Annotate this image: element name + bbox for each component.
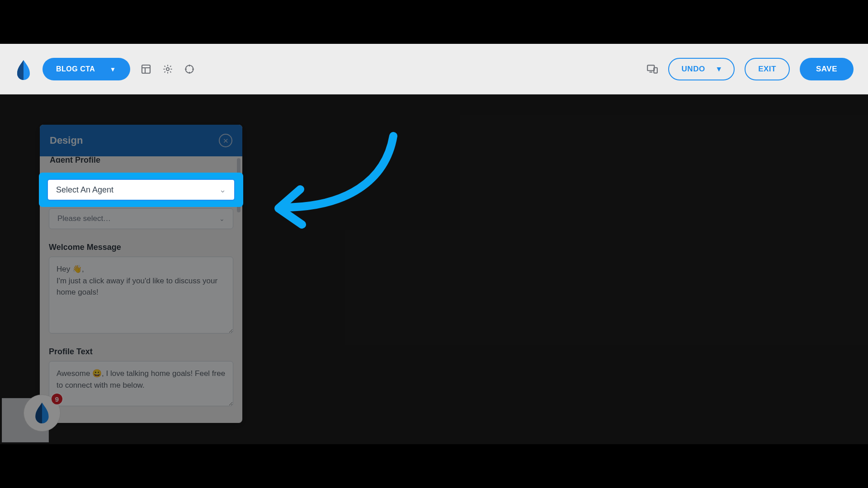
devices-icon[interactable] bbox=[646, 63, 658, 75]
app-logo-icon bbox=[14, 59, 33, 79]
agent-select[interactable]: Please select… ⌄ bbox=[49, 208, 233, 229]
close-icon[interactable]: ✕ bbox=[219, 134, 232, 147]
chevron-down-icon: ⌄ bbox=[219, 215, 225, 222]
agent-profile-value: Select An Agent bbox=[56, 185, 113, 195]
chevron-down-icon: ▾ bbox=[717, 64, 722, 74]
design-panel: Design ✕ Agent Profile Agent Please sele… bbox=[40, 125, 242, 423]
svg-point-2 bbox=[185, 65, 193, 73]
chat-fab[interactable]: 9 bbox=[2, 394, 52, 442]
profile-text-input[interactable] bbox=[49, 361, 233, 406]
svg-rect-3 bbox=[647, 65, 654, 70]
page-selector-label: BLOG CTA bbox=[56, 65, 95, 73]
chevron-down-icon: ⌄ bbox=[219, 185, 226, 195]
agent-select-value: Please select… bbox=[57, 214, 111, 223]
agent-profile-highlight: Select An Agent ⌄ bbox=[40, 174, 242, 206]
layout-icon[interactable] bbox=[140, 63, 152, 75]
design-panel-title: Design bbox=[50, 135, 83, 146]
save-button[interactable]: SAVE bbox=[800, 58, 854, 80]
page-selector[interactable]: BLOG CTA ▾ bbox=[42, 58, 130, 80]
svg-point-1 bbox=[166, 67, 169, 70]
target-icon[interactable] bbox=[184, 63, 195, 75]
undo-button[interactable]: UNDO ▾ bbox=[668, 58, 735, 80]
gear-icon[interactable] bbox=[162, 63, 174, 75]
top-toolbar: BLOG CTA ▾ UNDO ▾ EXIT SAVE bbox=[0, 44, 868, 94]
pointer-arrow-icon bbox=[270, 131, 401, 230]
save-button-label: SAVE bbox=[816, 65, 837, 73]
chevron-down-icon: ▾ bbox=[111, 66, 115, 73]
agent-profile-label: Agent Profile bbox=[50, 156, 233, 163]
notification-badge: 9 bbox=[51, 393, 63, 405]
undo-button-label: UNDO bbox=[682, 65, 705, 74]
design-panel-header: Design ✕ bbox=[40, 125, 242, 156]
profile-text-label: Profile Text bbox=[49, 347, 233, 357]
agent-profile-select[interactable]: Select An Agent ⌄ bbox=[47, 179, 235, 201]
svg-rect-0 bbox=[142, 65, 150, 73]
welcome-message-label: Welcome Message bbox=[49, 243, 233, 252]
exit-button-label: EXIT bbox=[758, 65, 776, 74]
canvas: Design ✕ Agent Profile Agent Please sele… bbox=[0, 94, 868, 444]
exit-button[interactable]: EXIT bbox=[745, 58, 790, 80]
welcome-message-input[interactable] bbox=[49, 257, 233, 333]
